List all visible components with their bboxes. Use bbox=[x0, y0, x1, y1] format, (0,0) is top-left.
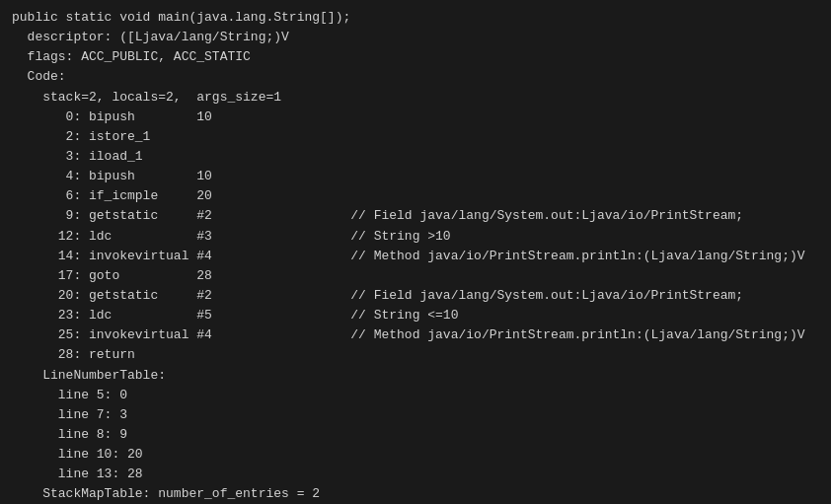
code-line: 28: return bbox=[12, 345, 819, 365]
code-line: line 13: 28 bbox=[12, 465, 819, 484]
code-line: 12: ldc #3 // String >10 bbox=[12, 227, 819, 247]
code-line: line 7: 3 bbox=[12, 405, 819, 425]
code-line: 2: istore_1 bbox=[12, 127, 819, 147]
code-line: 14: invokevirtual #4 // Method java/io/P… bbox=[12, 247, 819, 266]
code-line: line 5: 0 bbox=[12, 386, 819, 405]
code-line: 6: if_icmple 20 bbox=[12, 186, 819, 206]
code-line: 9: getstatic #2 // Field java/lang/Syste… bbox=[12, 206, 819, 226]
code-line: Code: bbox=[12, 67, 819, 87]
code-line: public static void main(java.lang.String… bbox=[12, 8, 819, 28]
code-line: flags: ACC_PUBLIC, ACC_STATIC bbox=[12, 47, 819, 67]
code-container: public static void main(java.lang.String… bbox=[0, 0, 831, 504]
code-line: 20: getstatic #2 // Field java/lang/Syst… bbox=[12, 286, 819, 306]
code-line: line 10: 20 bbox=[12, 445, 819, 465]
code-line: 17: goto 28 bbox=[12, 266, 819, 286]
code-line: 23: ldc #5 // String <=10 bbox=[12, 306, 819, 325]
code-line: stack=2, locals=2, args_size=1 bbox=[12, 88, 819, 108]
code-line: line 8: 9 bbox=[12, 425, 819, 445]
code-line: 0: bipush 10 bbox=[12, 108, 819, 127]
code-line: LineNumberTable: bbox=[12, 366, 819, 386]
code-line: 3: iload_1 bbox=[12, 147, 819, 167]
code-line: StackMapTable: number_of_entries = 2 bbox=[12, 484, 819, 504]
code-line: descriptor: ([Ljava/lang/String;)V bbox=[12, 28, 819, 47]
code-line: 25: invokevirtual #4 // Method java/io/P… bbox=[12, 325, 819, 345]
code-line: 4: bipush 10 bbox=[12, 167, 819, 186]
